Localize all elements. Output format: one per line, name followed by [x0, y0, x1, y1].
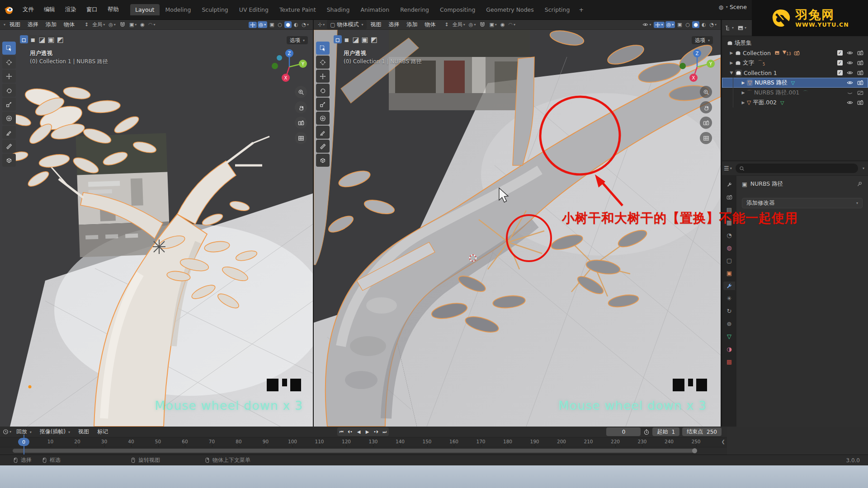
viewport-left[interactable]: ▾ 视图 选择 添加 物体 ↕ 全局▾ ◎▾ ▣▾ ◉ ◠▾ ◎▾ ▣ ○ ● … [0, 20, 313, 427]
tab-render[interactable] [723, 193, 735, 202]
menu-window[interactable]: 窗口 [82, 4, 102, 15]
select-subtract[interactable]: ▣ [361, 35, 369, 43]
hide-eye-toggle[interactable] [847, 80, 853, 86]
properties-search-input[interactable] [736, 164, 858, 173]
select-extend[interactable]: ◪ [352, 35, 360, 43]
viewport-divider[interactable] [313, 20, 314, 427]
shading-solid[interactable]: ● [284, 21, 292, 28]
tab-uv-editing[interactable]: UV Editing [234, 4, 274, 15]
hide-eye-toggle-closed[interactable] [847, 89, 853, 96]
play-button[interactable]: ▶ [363, 427, 372, 436]
menu-file[interactable]: 文件 [19, 4, 38, 15]
view-menu[interactable]: 视图 [368, 20, 385, 29]
disclosure-icon[interactable]: ▶ [728, 61, 735, 65]
outliner-row-collection[interactable]: ▶ Collection ▼13 ✓ [722, 48, 868, 58]
select-menu[interactable]: 选择 [24, 20, 42, 29]
snap-target-dropdown[interactable]: ▣▾ [128, 21, 138, 28]
tab-physics[interactable]: ↻ [723, 307, 735, 315]
camera-view-icon[interactable] [295, 117, 307, 129]
tab-texture[interactable]: ▩ [723, 357, 735, 366]
xray-toggle[interactable]: ▣ [268, 21, 275, 28]
pan-hand-icon[interactable] [700, 101, 712, 113]
tool-scale[interactable] [316, 98, 330, 111]
viewport-options-button[interactable]: 选项▾ [287, 36, 308, 44]
collection-checkbox[interactable]: ✓ [837, 60, 843, 66]
transform-orientation-icon[interactable]: ↕ [83, 21, 90, 28]
view-menu[interactable]: 视图 [6, 20, 24, 29]
add-modifier-dropdown[interactable]: 添加修改器 ▾ [742, 198, 863, 208]
outliner-editor-dropdown[interactable]: ▾ [725, 25, 734, 31]
tool-cursor[interactable] [2, 56, 16, 69]
editor-type-icon[interactable]: ⊹▾ [316, 21, 326, 28]
blender-logo-icon[interactable] [4, 5, 14, 15]
hide-eye-toggle[interactable] [847, 99, 853, 106]
ortho-grid-icon[interactable] [295, 132, 307, 144]
properties-editor-dropdown[interactable]: ☰▾ [724, 165, 732, 172]
shading-solid[interactable]: ● [692, 21, 699, 28]
play-reverse-button[interactable]: ◀ [354, 427, 363, 436]
render-camera-toggle[interactable] [857, 70, 863, 76]
xray-toggle[interactable]: ▣ [676, 21, 683, 28]
select-tweak[interactable]: ▫ [20, 35, 28, 43]
snap-target-dropdown[interactable]: ▣▾ [488, 21, 498, 28]
navigation-gizmo[interactable]: Z Y X [270, 48, 308, 86]
disclosure-icon[interactable]: ▶ [740, 90, 746, 95]
tab-shading[interactable]: Shading [322, 4, 355, 15]
select-extend[interactable]: ◪ [38, 35, 46, 43]
tool-add-cube[interactable] [316, 154, 330, 167]
tab-modeling[interactable]: Modeling [160, 4, 196, 15]
keying-menu[interactable]: 抠像(插帧) ▾ [37, 427, 73, 436]
editor-type-dropdown[interactable]: ▾ [4, 23, 5, 27]
tool-move[interactable] [2, 70, 16, 83]
tab-scene[interactable]: ◔ [723, 231, 735, 239]
pan-hand-icon[interactable] [295, 101, 307, 113]
select-intersect[interactable]: ◩ [56, 35, 64, 43]
shading-rendered[interactable]: ◔▾ [708, 21, 718, 28]
gizmos-toggle[interactable]: ▾ [654, 22, 665, 28]
tab-particles[interactable]: ✳ [723, 294, 735, 303]
prev-keyframe-button[interactable]: ⏴• [346, 427, 354, 436]
transform-orientation[interactable]: 全局▾ [451, 21, 467, 28]
menu-help[interactable]: 帮助 [104, 4, 123, 15]
snap-magnet-icon[interactable] [478, 21, 487, 28]
render-camera-toggle[interactable] [857, 99, 863, 106]
navigation-gizmo[interactable]: Z Y X [678, 48, 716, 86]
outliner-row-nurbs-path-001[interactable]: ▶ ⌒ NURBS 路径.001 ⌒ [722, 88, 868, 98]
select-box[interactable]: ▪ [343, 35, 351, 43]
timeline-scroll-area[interactable] [0, 447, 727, 454]
add-menu[interactable]: 添加 [404, 20, 421, 29]
outliner-row-scene-collection[interactable]: 场景集 [722, 38, 868, 48]
pin-icon[interactable] [857, 181, 863, 187]
shading-wireframe[interactable]: ○ [277, 21, 284, 28]
tab-animation[interactable]: Animation [355, 4, 394, 15]
disclosure-icon[interactable]: ▶ [728, 51, 735, 55]
snap-magnet-icon[interactable] [118, 21, 127, 28]
properties-filter-dropdown[interactable]: ▾ [863, 166, 864, 170]
end-frame-field[interactable]: 结束点250 [682, 427, 722, 436]
marker-menu[interactable]: 标记 [94, 427, 111, 436]
tool-annotate[interactable] [316, 126, 330, 139]
viewport-options-button[interactable]: 选项▾ [692, 36, 713, 44]
tool-rotate[interactable] [316, 84, 330, 97]
tool-annotate[interactable] [2, 126, 16, 139]
disclosure-icon[interactable]: ▼ [728, 70, 735, 75]
menu-edit[interactable]: 编辑 [40, 4, 59, 15]
collection-checkbox[interactable]: ✓ [837, 70, 843, 75]
camera-view-icon[interactable] [700, 117, 712, 129]
tool-transform[interactable] [316, 112, 330, 125]
gizmos-toggle[interactable] [249, 22, 257, 28]
hide-eye-toggle[interactable] [847, 60, 853, 66]
add-workspace-button[interactable]: + [576, 4, 586, 15]
pivot-point-dropdown[interactable]: ◎▾ [107, 21, 117, 28]
object-menu[interactable]: 物体 [61, 20, 78, 29]
add-menu[interactable]: 添加 [42, 20, 60, 29]
tool-move[interactable] [316, 70, 330, 83]
tab-layout[interactable]: Layout [130, 4, 160, 15]
render-camera-toggle[interactable] [857, 60, 863, 66]
outliner-filter-dropdown[interactable]: ▾ [737, 25, 746, 31]
view-menu[interactable]: 视图 [75, 427, 92, 436]
tab-geometry-nodes[interactable]: Geometry Nodes [481, 4, 538, 15]
menu-render[interactable]: 渲染 [61, 4, 80, 15]
render-camera-toggle-off[interactable] [857, 89, 863, 96]
tab-texture-paint[interactable]: Texture Paint [274, 4, 321, 15]
